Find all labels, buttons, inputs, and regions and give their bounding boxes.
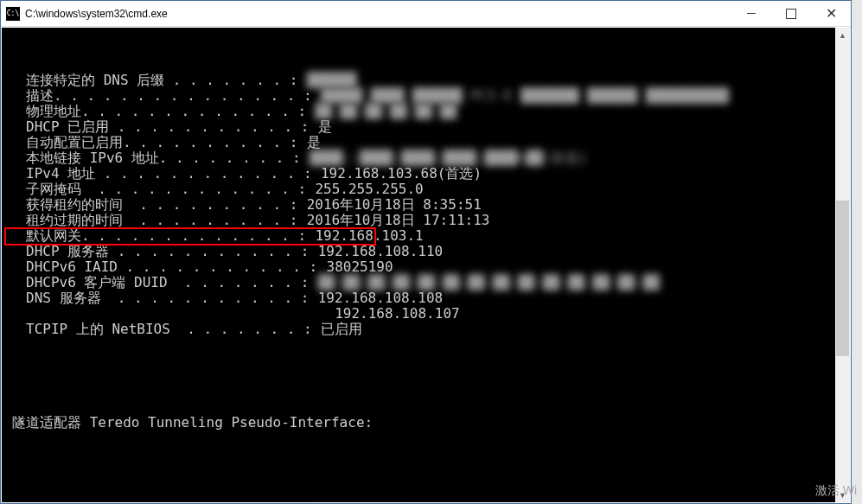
- window-title: C:\windows\system32\cmd.exe: [25, 8, 731, 20]
- field-value: ██████: [307, 73, 357, 88]
- field-value: 192.168.108.107: [335, 306, 460, 322]
- output-line: DHCPv6 客户端 DUID . . . . . . . : ██-██-██…: [5, 275, 846, 290]
- output-line: IPv4 地址 . . . . . . . . . . . . : 192.16…: [5, 166, 846, 182]
- field-value: 192.168.103.68(首选): [321, 166, 482, 182]
- field-value: ██-██-██-██-██-██: [315, 104, 457, 119]
- field-value: 2016年10月18日 17:11:13: [307, 213, 490, 228]
- output-line: 物理地址. . . . . . . . . . . . . : ██-██-██…: [5, 104, 846, 119]
- field-value: 是: [318, 119, 332, 135]
- field-value: 38025190: [327, 259, 393, 275]
- output-line: 192.168.108.107: [5, 306, 846, 322]
- minimize-button[interactable]: [731, 1, 771, 26]
- field-separator: :: [290, 73, 307, 88]
- field-separator: :: [301, 244, 318, 259]
- field-label: [26, 306, 317, 322]
- field-separator: :: [292, 150, 310, 166]
- cmd-icon: C:\: [6, 7, 20, 21]
- field-separator: [317, 306, 335, 322]
- titlebar[interactable]: C:\ C:\windows\system32\cmd.exe ✕: [1, 1, 851, 27]
- field-separator: :: [301, 275, 318, 290]
- output-line: 子网掩码 . . . . . . . . . . . . : 255.255.2…: [5, 182, 846, 197]
- scroll-thumb[interactable]: [836, 201, 849, 356]
- field-separator: :: [297, 228, 315, 244]
- field-separator: :: [303, 88, 321, 104]
- field-separator: :: [290, 213, 307, 228]
- field-value: 是: [307, 135, 321, 150]
- cmd-window: C:\ C:\windows\system32\cmd.exe ✕ 连接特定的 …: [0, 0, 852, 504]
- field-label: DHCPv6 IAID . . . . . . . . . . .: [26, 259, 310, 275]
- field-separator: :: [301, 119, 318, 135]
- field-label: 子网掩码 . . . . . . . . . . . .: [26, 182, 297, 197]
- output-line: DNS 服务器 . . . . . . . . . . . : 192.168.…: [5, 290, 846, 306]
- output-line: DHCP 服务器 . . . . . . . . . . . : 192.168…: [5, 244, 846, 259]
- field-label: DHCP 已启用 . . . . . . . . . . .: [26, 119, 301, 135]
- close-button[interactable]: ✕: [811, 1, 851, 26]
- vertical-scrollbar[interactable]: ▲ ▼: [835, 28, 850, 502]
- field-label: 连接特定的 DNS 后缀 . . . . . . .: [26, 73, 290, 88]
- maximize-button[interactable]: [771, 1, 811, 26]
- field-label: 自动配置已启用. . . . . . . . . .: [26, 135, 290, 150]
- output-line: 本地链接 IPv6 地址. . . . . . . . : ████::████…: [5, 150, 846, 166]
- output-line: TCPIP 上的 NetBIOS . . . . . . . : 已启用: [5, 322, 846, 337]
- window-controls: ✕: [731, 1, 851, 26]
- activation-watermark: 激活 Wi: [815, 483, 857, 499]
- field-value: 192.168.108.108: [318, 290, 444, 306]
- field-separator: :: [303, 322, 321, 337]
- output-line: 描述. . . . . . . . . . . . . . . : █████ …: [5, 88, 846, 104]
- output-line: 租约过期的时间 . . . . . . . . . : 2016年10月18日 …: [5, 213, 846, 228]
- field-label: 租约过期的时间 . . . . . . . . .: [26, 213, 290, 228]
- field-separator: :: [310, 259, 327, 275]
- field-value: 已启用: [321, 322, 362, 337]
- output-line: 获得租约的时间 . . . . . . . . . : 2016年10月18日 …: [5, 197, 846, 213]
- output-line: 连接特定的 DNS 后缀 . . . . . . . : ██████: [5, 73, 846, 88]
- field-value: ██-██-██-██-██-██-██-██-██-██-██-██-██-█…: [318, 275, 660, 290]
- field-separator: :: [301, 290, 318, 306]
- field-label: DHCP 服务器 . . . . . . . . . . .: [26, 244, 301, 259]
- field-label: 获得租约的时间 . . . . . . . . .: [26, 197, 290, 213]
- field-value: 192.168.103.1: [315, 228, 423, 244]
- field-value: █████ ████ ██████ PCI-E ███████ ██████ █…: [321, 88, 729, 104]
- field-separator: :: [290, 135, 307, 150]
- field-separator: :: [297, 182, 315, 197]
- field-label: 本地链接 IPv6 地址. . . . . . . .: [26, 150, 292, 166]
- field-value: 2016年10月18日 8:35:51: [307, 197, 482, 213]
- field-label: DHCPv6 客户端 DUID . . . . . . .: [26, 275, 301, 290]
- field-value: ████::████:████:████:████%██(首选): [310, 150, 587, 166]
- field-label: 默认网关. . . . . . . . . . . . .: [26, 228, 297, 244]
- output-line: DHCP 已启用 . . . . . . . . . . . : 是: [5, 119, 846, 135]
- section-header: 隧道适配器 Teredo Tunneling Pseudo-Interface:: [5, 415, 846, 431]
- field-value: 192.168.108.110: [318, 244, 444, 259]
- scroll-up-arrow[interactable]: ▲: [835, 28, 850, 42]
- output-line: 自动配置已启用. . . . . . . . . . : 是: [5, 135, 846, 150]
- terminal-output[interactable]: 连接特定的 DNS 后缀 . . . . . . . : ██████描述. .…: [2, 28, 850, 502]
- field-label: 描述. . . . . . . . . . . . . . .: [26, 88, 303, 104]
- field-value: 255.255.255.0: [315, 182, 423, 197]
- field-label: DNS 服务器 . . . . . . . . . . .: [26, 290, 301, 306]
- field-separator: :: [297, 104, 315, 119]
- field-separator: :: [290, 197, 307, 213]
- field-separator: :: [303, 166, 321, 182]
- field-label: TCPIP 上的 NetBIOS . . . . . . .: [26, 322, 303, 337]
- field-label: IPv4 地址 . . . . . . . . . . . .: [26, 166, 303, 182]
- field-label: 物理地址. . . . . . . . . . . . .: [26, 104, 297, 119]
- output-line: DHCPv6 IAID . . . . . . . . . . . : 3802…: [5, 259, 846, 275]
- output-line: 默认网关. . . . . . . . . . . . . : 192.168.…: [5, 228, 846, 244]
